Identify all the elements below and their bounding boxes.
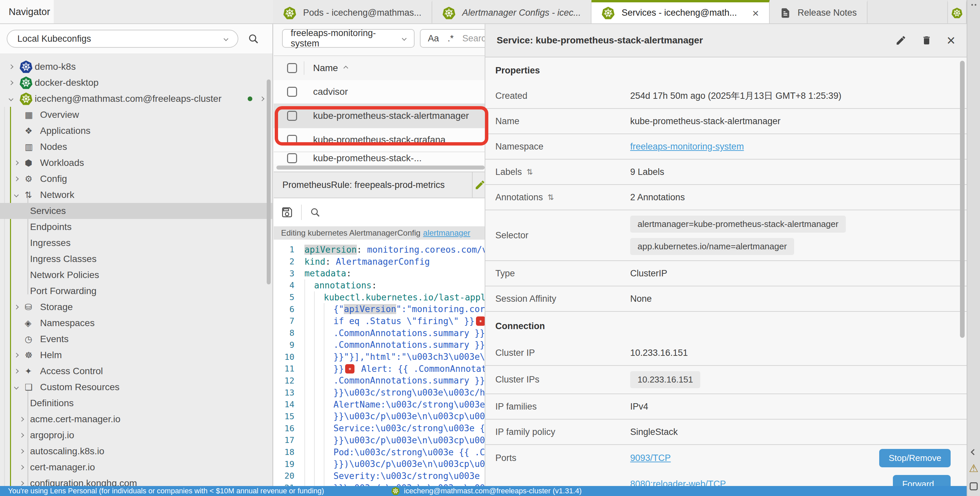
chevron-right-icon[interactable] (9, 80, 13, 85)
sidebar-item-cert-manager-io[interactable]: cert-manager.io (0, 459, 272, 475)
sidebar-item-definitions[interactable]: Definitions (0, 395, 272, 411)
editor-line[interactable]: 10}}"}],"html":"\u003ch3\u003e\u (274, 351, 487, 363)
edit-pencil-icon[interactable] (895, 35, 907, 46)
editor-line[interactable]: 16Service:\u003c/strong\u003e {{ (274, 422, 487, 434)
sidebar-item-ingresses[interactable]: Ingresses (0, 235, 272, 251)
sidebar-item-argoproj-io[interactable]: argoproj.io (0, 427, 272, 443)
sidebar-item-helm[interactable]: ☸Helm (0, 347, 272, 363)
sort-toggle-icon[interactable]: ⇅ (527, 168, 533, 176)
chevron-right-icon[interactable] (9, 64, 13, 69)
editor-line[interactable]: 14AlertName:\u003c/strong\u003e (274, 399, 487, 410)
editor-line[interactable]: 13}}\u003c/strong\u003e\u003c/h3 (274, 386, 487, 399)
editor-line[interactable]: 19}})\u003c/p\u003e\n\u003cp\u00 (274, 458, 487, 470)
sidebar-item-acme-cert-manager-io[interactable]: acme.cert-manager.io (0, 411, 272, 427)
tab-release-notes[interactable]: Release Notes (770, 0, 867, 23)
yaml-editor[interactable]: 1apiVersion: monitoring.coreos.com/v12ki… (274, 240, 487, 496)
table-row-kube-prometheus-stack-grafana[interactable]: kube-prometheus-stack-grafana (274, 128, 487, 152)
namespace-link[interactable]: freeleaps-monitoring-system (630, 141, 744, 152)
table-row-cadvisor[interactable]: cadvisor (274, 80, 487, 104)
column-header-name[interactable]: Name (313, 63, 347, 73)
editor-line[interactable]: 9.CommonAnnotations.summary }}- (274, 339, 487, 351)
port-link-8080-reloader-web-tcp[interactable]: 8080:reloader-web/TCP (630, 479, 726, 486)
row-checkbox[interactable] (287, 87, 297, 97)
warning-icon[interactable]: ⚠ (969, 463, 978, 474)
sidebar-scrollbar[interactable] (267, 79, 271, 285)
editor-line[interactable]: 4annotations: (274, 279, 487, 291)
sidebar-item-endpoints[interactable]: Endpoints (0, 219, 272, 235)
hotbar-menu-icon[interactable] (967, 4, 980, 6)
collapse-chevron-icon[interactable] (970, 449, 977, 455)
sidebar-item-ingress-classes[interactable]: Ingress Classes (0, 251, 272, 267)
sidebar-item-namespaces[interactable]: ◈Namespaces (0, 315, 272, 331)
editor-line[interactable]: 17}}\u003c/p\u003e\n\u003cp\u003 (274, 434, 487, 446)
close-icon[interactable]: × (947, 33, 955, 48)
sidebar-item-port-forwarding[interactable]: Port Forwarding (0, 283, 272, 299)
editor-line[interactable]: 1apiVersion: monitoring.coreos.com/v1 (274, 244, 487, 256)
editor-line[interactable]: 6{"apiVersion":"monitoring.coreos.com/v1… (274, 303, 487, 315)
row-checkbox[interactable] (287, 153, 297, 163)
chevron-right-icon[interactable] (14, 305, 19, 309)
kubeconfig-select[interactable]: Local Kubeconfigs (7, 30, 238, 48)
namespace-select[interactable]: freeleaps-monitoring-system (282, 29, 415, 48)
sidebar-item-nodes[interactable]: ▥Nodes (0, 139, 272, 155)
sidebar-item-icecheng-mathmast-com-freeleaps-cluster[interactable]: icecheng@mathmast.com@freeleaps-cluster (0, 91, 272, 107)
sidebar-item-network[interactable]: ⇅Network (0, 187, 272, 203)
sidebar-item-config[interactable]: ⚙Config (0, 171, 272, 187)
sidebar-item-events[interactable]: ◷Events (0, 331, 272, 347)
editor-line[interactable]: 2kind: AlertmanagerConfig (274, 256, 487, 268)
sidebar-item-docker-desktop[interactable]: docker-desktop (0, 75, 272, 91)
editor-line[interactable]: 15}}\u003c/p\u003e\n\u003cp\u003 (274, 410, 487, 423)
alertmanager-config-link[interactable]: alertmanager (423, 228, 470, 238)
close-tab-icon[interactable]: × (752, 7, 759, 19)
chevron-down-icon[interactable] (14, 192, 19, 197)
sidebar-item-storage[interactable]: ⛁Storage (0, 299, 272, 315)
editor-line[interactable]: 7if eq .Status \"firing\" }}✶ (274, 315, 487, 327)
editor-line[interactable]: 11}}✶ Alert: {{ .CommonAnnotati (274, 363, 487, 375)
editor-line[interactable]: 18Pod:\u003c/strong\u003e {{ .Co (274, 446, 487, 458)
sidebar-item-autoscaling-k8s-io[interactable]: autoscaling.k8s.io (0, 443, 272, 459)
edit-pencil-icon[interactable] (474, 179, 486, 191)
chevron-right-icon[interactable] (14, 353, 19, 358)
chevron-right-icon[interactable] (19, 417, 24, 421)
editor-line[interactable]: 20Severity:\u003c/strong\u003e - (274, 470, 487, 482)
horizontal-scrollbar[interactable] (276, 165, 485, 170)
tab-services-icecheng-math[interactable]: Services - icecheng@math...× (592, 0, 769, 23)
regex-icon[interactable]: .* (448, 33, 453, 44)
sidebar-item-demo-k8s[interactable]: demo-k8s (0, 59, 272, 75)
sidebar-item-network-policies[interactable]: Network Policies (0, 267, 272, 283)
select-all-checkbox[interactable] (287, 63, 297, 73)
port-link-9093-tcp[interactable]: 9093/TCP (630, 453, 671, 463)
chevron-right-icon[interactable] (14, 161, 19, 165)
match-case-icon[interactable]: Aa (428, 33, 439, 44)
chevron-right-icon[interactable] (19, 449, 24, 454)
sort-toggle-icon[interactable]: ⇅ (548, 193, 554, 202)
editor-line[interactable]: 8.CommonAnnotations.summary }}- (274, 327, 487, 339)
editor-line[interactable]: 3metadata: (274, 267, 487, 279)
editor-line[interactable]: 12.CommonAnnotations.summary }}- (274, 375, 487, 387)
chevron-right-icon[interactable] (19, 481, 24, 486)
chevron-right-icon[interactable] (14, 369, 19, 374)
chevron-right-icon[interactable] (260, 97, 264, 101)
sidebar-item-configuration-konghq-com[interactable]: configuration.konghq.com (0, 475, 272, 486)
stop-remove-button[interactable]: Stop/Remove (879, 449, 951, 467)
tab-pods-icecheng-mathmas[interactable]: Pods - icecheng@mathmas... (273, 0, 432, 23)
drawer-scrollbar[interactable] (960, 61, 965, 338)
chevron-right-icon[interactable] (19, 465, 24, 470)
table-row-kube-prometheus-stack-alertmanager[interactable]: kube-prometheus-stack-alertmanager (274, 104, 487, 128)
sidebar-item-custom-resources[interactable]: ❑Custom Resources (0, 379, 272, 395)
editor-search-icon[interactable] (310, 207, 320, 218)
forward-button[interactable]: Forward... (893, 475, 951, 486)
active-cluster-status[interactable]: icecheng@mathmast.com@freeleaps-cluster … (391, 486, 582, 495)
row-checkbox[interactable] (287, 111, 297, 121)
tab-alertmanager-configs-icec[interactable]: Alertmanager Configs - icec... (432, 0, 592, 23)
search-icon[interactable] (248, 33, 259, 45)
sidebar-item-services[interactable]: Services (0, 203, 272, 219)
sidebar-item-access-control[interactable]: ✦Access Control (0, 363, 272, 379)
chevron-right-icon[interactable] (19, 433, 24, 437)
sidebar-item-overview[interactable]: ▦Overview (0, 107, 272, 123)
delete-trash-icon[interactable] (921, 35, 932, 46)
chevron-down-icon[interactable] (14, 385, 19, 389)
editor-line[interactable]: 5kubectl.kubernetes.io/last-applied-conf… (274, 291, 487, 304)
save-icon[interactable] (281, 206, 293, 218)
chevron-down-icon[interactable] (9, 97, 13, 101)
